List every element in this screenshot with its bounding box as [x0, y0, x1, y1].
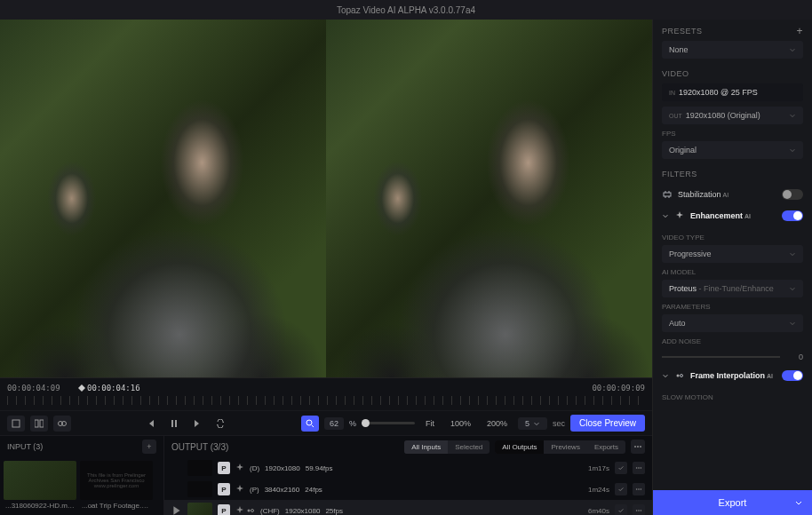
zoom-200-button[interactable]: 200%	[482, 417, 513, 430]
svg-point-23	[677, 375, 680, 377]
enhancement-toggle[interactable]	[782, 210, 803, 221]
timeline[interactable]: 00:00:04:09 00:00:04:16 00:00:09:09	[0, 377, 652, 410]
filter-icons	[235, 464, 244, 472]
svg-point-16	[641, 488, 642, 490]
svg-point-11	[636, 467, 638, 469]
tab-previews[interactable]: Previews	[544, 440, 586, 454]
output-fps: 24fps	[305, 486, 322, 494]
video-type-select[interactable]: Progressive	[662, 245, 803, 263]
preview-badge: P	[218, 483, 230, 495]
tab-all-inputs[interactable]: All Inputs	[404, 440, 448, 454]
svg-rect-6	[175, 420, 177, 427]
output-more-button[interactable]	[633, 483, 645, 495]
add-preset-button[interactable]: +	[796, 25, 803, 37]
stabilization-row: StabilizationAI	[653, 184, 812, 205]
pause-icon[interactable]	[165, 416, 183, 432]
prev-frame-icon[interactable]	[142, 416, 160, 432]
svg-point-14	[636, 488, 638, 490]
svg-point-12	[638, 467, 640, 469]
output-menu-button[interactable]	[631, 440, 645, 454]
filters-label: FILTERS	[662, 170, 697, 178]
svg-point-8	[634, 446, 636, 448]
output-check-button[interactable]	[615, 462, 627, 474]
output-duration: 1m17s	[588, 464, 609, 472]
preview-area	[0, 20, 652, 377]
noise-slider[interactable]	[662, 356, 780, 358]
zoom-slider[interactable]	[362, 422, 415, 424]
output-fps: 59.94fps	[306, 464, 333, 472]
slow-motion-label: SLOW MOTION	[662, 393, 803, 401]
stabilization-label: StabilizationAI	[678, 190, 776, 199]
loop-icon[interactable]	[211, 416, 229, 432]
tab-all-outputs[interactable]: All Outputs	[495, 440, 544, 454]
ai-model-label: AI MODEL	[662, 268, 803, 276]
view-split-icon[interactable]	[30, 416, 48, 432]
playhead[interactable]: 00:00:04:16	[78, 384, 140, 392]
chevron-down-icon[interactable]	[662, 372, 669, 379]
video-out-select[interactable]: OUT1920x1080 (Original)	[662, 107, 803, 124]
svg-point-17	[248, 510, 251, 512]
zoom-100-button[interactable]: 100%	[445, 417, 476, 430]
video-type-label: VIDEO TYPE	[662, 234, 803, 242]
output-check-button[interactable]	[615, 483, 627, 495]
svg-rect-5	[171, 420, 173, 427]
output-resolution: 1920x1080	[285, 507, 321, 515]
seconds-selector[interactable]: 5	[518, 417, 547, 430]
chevron-down-icon[interactable]	[794, 498, 803, 507]
output-more-button[interactable]	[633, 462, 645, 474]
preview-processed[interactable]	[326, 20, 652, 377]
preview-original[interactable]	[0, 20, 326, 377]
titlebar: Topaz Video AI ALPHA v3.0.0.77a4	[0, 0, 812, 20]
next-frame-icon[interactable]	[188, 416, 206, 432]
input-filter-tabs[interactable]: All Inputs Selected	[404, 440, 490, 454]
zoom-pct: %	[349, 419, 356, 428]
output-row[interactable]: P(P)3840x216024fps1m24s	[164, 479, 652, 500]
input-header: INPUT (3)	[7, 442, 43, 451]
frame-interpolation-toggle[interactable]	[782, 370, 803, 381]
svg-point-9	[637, 446, 639, 448]
output-fps: 25fps	[325, 507, 343, 515]
tab-selected[interactable]: Selected	[448, 440, 490, 454]
output-filter-tabs[interactable]: All Outputs Previews Exports	[495, 440, 625, 454]
play-icon[interactable]	[171, 505, 182, 515]
stabilization-icon	[662, 190, 673, 199]
export-button[interactable]: Export	[653, 490, 812, 515]
output-format: (CHF)	[260, 507, 280, 515]
video-in-info: IN1920x1080 @ 25 FPS	[662, 83, 803, 101]
output-row[interactable]: P(D)1920x108059.94fps1m17s	[164, 457, 652, 479]
ruler[interactable]	[7, 396, 645, 405]
output-thumb	[187, 460, 212, 476]
output-row[interactable]: P(CHF)1920x108025fps6m40s	[164, 500, 652, 515]
output-duration: 6m40s	[588, 507, 609, 515]
filter-icons	[235, 506, 255, 515]
close-preview-button[interactable]: Close Preview	[570, 415, 645, 432]
fit-button[interactable]: Fit	[420, 417, 440, 430]
svg-rect-2	[40, 420, 44, 427]
fps-select[interactable]: Original	[662, 141, 803, 159]
svg-point-19	[636, 510, 638, 511]
parameters-select[interactable]: Auto	[662, 314, 803, 332]
preset-select[interactable]: None	[662, 41, 803, 59]
frame-interpolation-row: Frame InterpolationAI	[653, 365, 812, 386]
svg-point-18	[251, 510, 254, 512]
view-compare-icon[interactable]	[53, 416, 71, 432]
view-single-icon[interactable]	[7, 416, 25, 432]
input-thumb[interactable]: ...318060922-HD.mov	[4, 461, 76, 511]
output-thumb	[187, 503, 212, 515]
zoom-value[interactable]: 62	[324, 417, 344, 430]
app-title: Topaz Video AI ALPHA v3.0.0.77a4	[337, 5, 475, 15]
ai-model-select[interactable]: Proteus - Fine-Tune/Enhance	[662, 280, 803, 297]
svg-point-13	[641, 467, 642, 469]
zoom-icon[interactable]	[301, 416, 319, 432]
stabilization-toggle[interactable]	[782, 189, 803, 200]
preview-badge: P	[218, 504, 230, 515]
output-more-button[interactable]	[633, 504, 645, 515]
svg-point-20	[638, 510, 640, 511]
output-thumb	[187, 481, 212, 497]
output-check-button[interactable]	[615, 504, 627, 515]
input-thumb[interactable]: This file is from Prelinger Archives San…	[80, 461, 153, 511]
seconds-label: sec	[553, 419, 565, 428]
add-input-button[interactable]: +	[142, 440, 156, 454]
tab-exports[interactable]: Exports	[587, 440, 625, 454]
chevron-down-icon[interactable]	[662, 212, 669, 219]
